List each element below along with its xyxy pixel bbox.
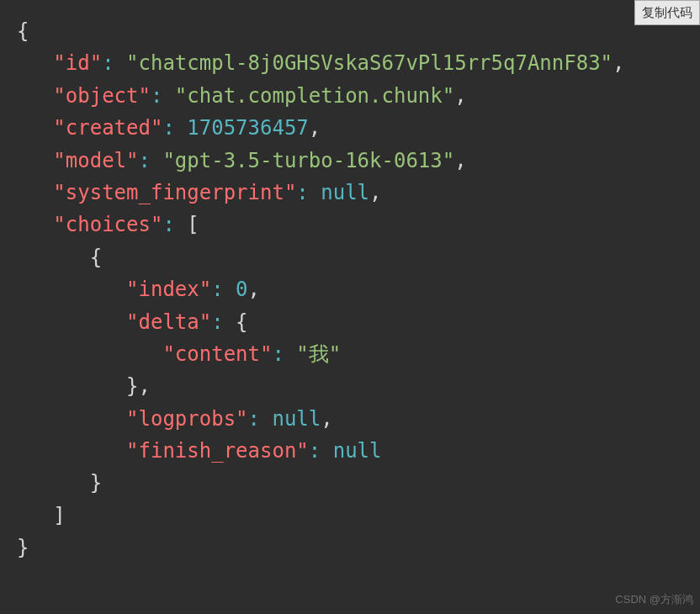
code-block: { "id": "chatcmpl-8j0GHSVskaS67vPl15rr5q… <box>0 0 700 581</box>
json-key: "content" <box>162 342 272 366</box>
watermark: CSDN @方渐鸿 <box>615 591 693 609</box>
json-key: "logprobs" <box>126 407 248 431</box>
json-key: "system_fingerprint" <box>53 181 296 204</box>
json-key: "delta" <box>126 310 211 334</box>
json-key: "model" <box>53 149 138 172</box>
json-number: 0 <box>236 278 247 301</box>
json-key: "index" <box>126 278 211 301</box>
json-key: "finish_reason" <box>126 439 309 463</box>
json-key: "choices" <box>53 213 162 236</box>
json-number: 1705736457 <box>187 116 309 140</box>
json-string: "gpt-3.5-turbo-16k-0613" <box>162 149 454 172</box>
json-key: "created" <box>53 116 162 140</box>
json-null: null <box>333 439 382 463</box>
copy-code-button[interactable]: 复制代码 <box>634 0 700 25</box>
json-string: "我" <box>296 342 341 366</box>
json-null: null <box>321 181 369 204</box>
json-string: "chatcmpl-8j0GHSVskaS67vPl15rr5q7AnnF83" <box>126 51 612 75</box>
json-null: null <box>272 407 321 431</box>
json-string: "chat.completion.chunk" <box>175 84 454 108</box>
json-code: { "id": "chatcmpl-8j0GHSVskaS67vPl15rr5q… <box>17 15 683 564</box>
json-key: "object" <box>53 84 151 108</box>
json-key: "id" <box>53 51 102 75</box>
